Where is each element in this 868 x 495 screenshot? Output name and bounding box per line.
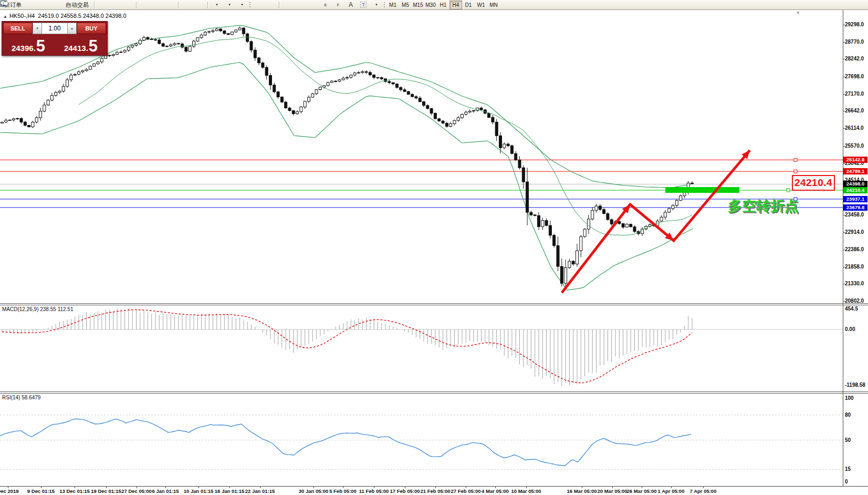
cursor-tool-button[interactable]: [252, 0, 265, 9]
dropdown-caret-icon: ▾: [241, 3, 243, 7]
macd-main-value: 238.55: [40, 306, 56, 312]
price-tick: 26114.0: [845, 125, 868, 131]
vertical-line-tool-button[interactable]: [281, 0, 294, 9]
candlestick-chart-button[interactable]: [109, 0, 122, 9]
add-indicator-button[interactable]: ▾: [210, 0, 223, 9]
time-label: 10 Mar 05:00: [511, 488, 541, 494]
price-badge: 25142.8: [843, 157, 867, 163]
volume-decrease-button[interactable]: ▼: [33, 23, 42, 34]
time-axis[interactable]: Dec 20199 Dec 01:1513 Dec 01:1519 Dec 01…: [0, 487, 868, 495]
price-tick: 22914.0: [845, 229, 868, 235]
timeframe-M5[interactable]: M5: [399, 1, 412, 9]
price-tick-mark: [843, 146, 845, 147]
auto-scroll-button[interactable]: [181, 0, 193, 9]
main-price-chart[interactable]: [0, 10, 868, 303]
price-badge: 23937.1: [843, 196, 867, 202]
timeframe-D1[interactable]: D1: [462, 1, 475, 9]
collapse-arrow-icon[interactable]: ▲: [3, 14, 7, 19]
timeframe-M1[interactable]: M1: [386, 1, 399, 9]
buy-button[interactable]: BUY: [77, 23, 106, 34]
price-main: 24396.: [12, 44, 36, 53]
price-tick-mark: [843, 250, 845, 250]
timeframe-H4[interactable]: H4: [449, 1, 462, 9]
period-selector-button[interactable]: ▾: [223, 0, 235, 9]
price-tick: 21858.0: [845, 264, 868, 270]
price-tick-mark: [843, 77, 845, 77]
timeframe-H1[interactable]: H1: [437, 1, 449, 9]
time-label: 1 Apr 05:00: [658, 488, 685, 494]
toolbar-separator: [136, 2, 137, 8]
volume-increase-button[interactable]: ▲: [67, 23, 77, 34]
sell-price[interactable]: 24396.5: [2, 35, 55, 55]
macd-indicator-panel[interactable]: [0, 305, 868, 391]
buy-price[interactable]: 24413.5: [55, 35, 107, 55]
price-tick-mark: [843, 215, 845, 215]
chat-button[interactable]: [854, 0, 866, 9]
rsi-axis-tick: 50: [845, 437, 868, 443]
panel-divider[interactable]: [0, 391, 868, 394]
horizontal-line-tool-button[interactable]: [294, 0, 307, 9]
navigator-button[interactable]: [49, 0, 62, 9]
time-label: 13 Dec 01:15: [59, 488, 90, 494]
timeframe-M15[interactable]: M15: [412, 1, 424, 9]
toolbar-grip: [249, 2, 251, 8]
time-label: 7 Apr 05:00: [690, 488, 717, 494]
time-label: 10 Jan 01:15: [184, 488, 214, 494]
profiles-button[interactable]: [37, 0, 49, 9]
volume-input[interactable]: [42, 23, 67, 34]
market-watch-button[interactable]: [24, 0, 37, 9]
price-tick-mark: [843, 232, 845, 233]
timeframe-group: M1M5M15M30H1H4D1W1MN: [386, 1, 500, 9]
trendline-tool-button[interactable]: [307, 0, 319, 9]
bar-chart-button[interactable]: [97, 0, 109, 9]
template-button[interactable]: ▾: [235, 0, 248, 9]
price-last-digit: 5: [36, 39, 45, 53]
time-label: 27 Dec 05:00: [121, 488, 152, 494]
price-axis-border: [843, 10, 843, 486]
price-badge: 24789.1: [843, 168, 867, 174]
crosshair-tool-button[interactable]: [265, 0, 277, 9]
time-label: 5 Feb 05:00: [329, 488, 357, 494]
timeframe-MN[interactable]: MN: [487, 1, 500, 9]
rsi-indicator-panel[interactable]: [0, 393, 868, 486]
price-tick: 28770.0: [845, 39, 868, 45]
dropdown-caret-icon: ▾: [228, 3, 231, 7]
price-tick: 20802.0: [845, 298, 868, 304]
arrows-tool-button[interactable]: ▾: [370, 0, 382, 9]
timeframe-M30[interactable]: M30: [424, 1, 437, 9]
channel-tool-button[interactable]: E: [319, 0, 332, 9]
zoom-out-button[interactable]: [151, 0, 164, 9]
macd-label: MACD(12,26,9) 238.55 112.51: [2, 306, 73, 312]
time-label: 19 Dec 01:15: [91, 488, 121, 494]
autotrading-button[interactable]: 自动交易: [62, 0, 92, 9]
text-label-tool-button[interactable]: T: [357, 0, 370, 9]
price-main: 24413.: [64, 44, 88, 53]
fibonacci-tool-button[interactable]: F: [332, 0, 344, 9]
fibonacci-label: F: [337, 3, 339, 7]
macd-signal-value: 112.51: [58, 306, 74, 312]
tile-windows-button[interactable]: [164, 0, 176, 9]
price-tick-mark: [843, 42, 845, 43]
text-tool-button[interactable]: A: [344, 0, 357, 9]
sell-button[interactable]: SELL: [3, 23, 33, 34]
time-label: 6 Jan 01:15: [152, 488, 179, 494]
chart-shift-marker-icon[interactable]: ▼: [796, 11, 800, 15]
time-label: 30 Jan 05:00: [299, 488, 329, 494]
time-label: 11 Feb 05:00: [359, 488, 389, 494]
price-tick: 22386.0: [845, 246, 868, 252]
line-chart-button[interactable]: [122, 0, 134, 9]
turning-point-annotation: 多空转折点: [728, 197, 799, 215]
chart-shift-button[interactable]: [193, 0, 206, 9]
price-tick: 27698.0: [845, 74, 868, 79]
time-label: 16 Jan 01:15: [215, 488, 245, 494]
panel-divider[interactable]: [0, 303, 868, 305]
price-tick: 23458.0: [845, 212, 868, 218]
rsi-label: RSI(14) 58.6479: [2, 395, 40, 400]
price-tick-mark: [843, 25, 845, 25]
price-tick-mark: [843, 94, 845, 95]
timeframe-W1[interactable]: W1: [475, 1, 487, 9]
zoom-in-button[interactable]: [139, 0, 151, 9]
macd-axis-tick: 454.5: [845, 306, 868, 312]
toolbar-separator: [178, 2, 179, 8]
search-button[interactable]: [841, 0, 854, 9]
